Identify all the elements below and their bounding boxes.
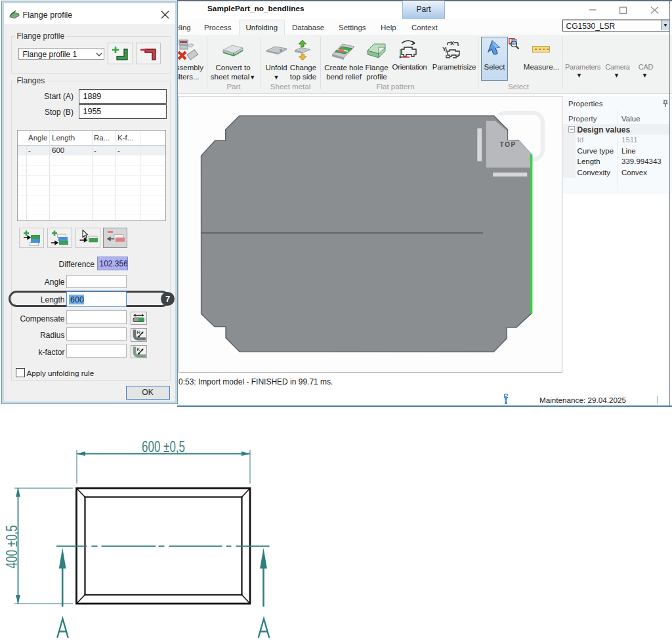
- svg-text:600 ±0,5: 600 ±0,5: [142, 438, 185, 455]
- svg-text:400 ±0,5: 400 ±0,5: [3, 526, 20, 569]
- svg-text:Y: Y: [442, 46, 446, 52]
- svg-text:X: X: [450, 40, 454, 47]
- svg-text:TOP: TOP: [500, 141, 516, 148]
- svg-text:R: R: [136, 329, 140, 335]
- svg-text:K: K: [136, 346, 140, 352]
